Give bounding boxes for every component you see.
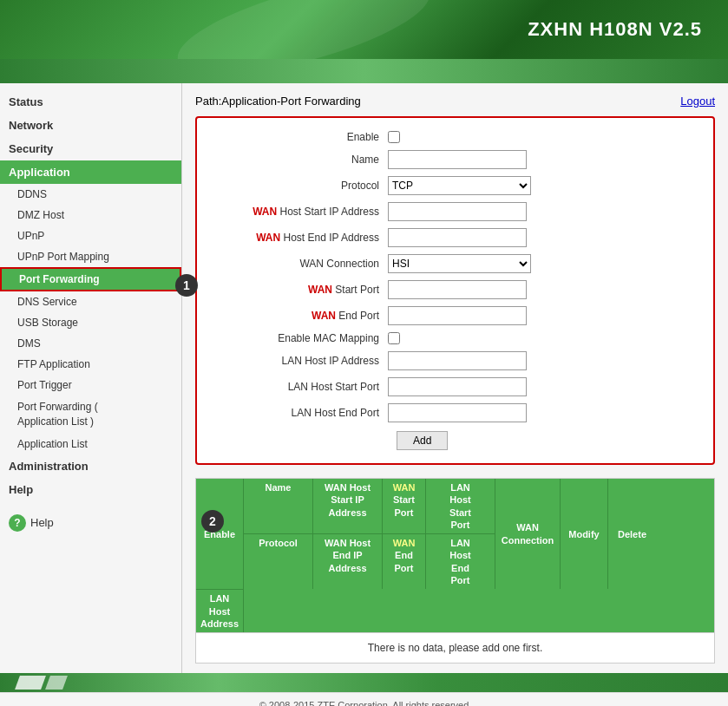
protocol-select[interactable]: TCP UDP TCP/UDP xyxy=(388,176,531,195)
wan-start-port-label: WAN Start Port xyxy=(214,284,388,296)
footer-green-strip xyxy=(0,673,728,692)
name-row: Name xyxy=(214,150,696,169)
protocol-row: Protocol TCP UDP TCP/UDP xyxy=(214,176,696,195)
wan-start-port-input[interactable] xyxy=(388,280,527,299)
name-input[interactable] xyxy=(388,150,527,169)
wan-connection-row: WAN Connection HSI INTERNET xyxy=(214,254,696,273)
wan-end-port-row: WAN End Port xyxy=(214,306,696,325)
th-wan-end-port: WANEndPort xyxy=(383,534,426,589)
badge-2: 2 xyxy=(201,510,224,533)
sidebar-item-network[interactable]: Network xyxy=(0,114,181,137)
sidebar-item-port-forwarding[interactable]: Port Forwarding xyxy=(0,267,181,291)
th-wan-host-start: WAN Host Start IP Address xyxy=(313,479,383,534)
add-row: Add xyxy=(214,431,696,450)
copyright-text: © 2008-2015 ZTE Corporation. All rights … xyxy=(259,700,469,706)
enable-mac-row: Enable MAC Mapping xyxy=(214,332,696,344)
th-name: Name xyxy=(244,479,313,534)
th-wan-start-port: WANStartPort xyxy=(383,479,426,534)
app-title: ZXHN H108N V2.5 xyxy=(528,18,702,41)
sidebar-item-status[interactable]: Status xyxy=(0,90,181,114)
wan-connection-label: WAN Connection xyxy=(214,258,388,270)
th-enable: Enable xyxy=(196,479,244,589)
th-modify: Modify xyxy=(561,479,608,589)
wan-end-port-label: WAN End Port xyxy=(214,310,388,322)
sidebar-item-application-list[interactable]: Application List xyxy=(0,434,181,454)
sidebar-item-ddns[interactable]: DDNS xyxy=(0,184,181,205)
sidebar-item-ftp-application[interactable]: FTP Application xyxy=(0,354,181,375)
path-bar: Path:Application-Port Forwarding Logout xyxy=(195,90,715,116)
wan-host-start-input[interactable] xyxy=(388,202,527,221)
lan-host-end-port-row: LAN Host End Port xyxy=(214,403,696,422)
help-label: Help xyxy=(30,516,54,529)
sidebar-item-dmz-host[interactable]: DMZ Host xyxy=(0,205,181,226)
enable-row: Enable xyxy=(214,131,696,143)
wan-host-end-row: WAN Host End IP Address xyxy=(214,228,696,247)
main-layout: Status Network Security Application DDNS… xyxy=(0,83,728,673)
lan-host-ip-input[interactable] xyxy=(388,351,527,370)
wan-end-port-input[interactable] xyxy=(388,306,527,325)
sidebar: Status Network Security Application DDNS… xyxy=(0,83,182,673)
add-button[interactable]: Add xyxy=(397,431,448,450)
form-box: Enable Name Protocol TCP UDP TCP/UDP WAN… xyxy=(195,116,715,465)
sidebar-item-dns-service[interactable]: DNS Service xyxy=(0,291,181,312)
content-area: Path:Application-Port Forwarding Logout … xyxy=(182,83,728,673)
wan-host-end-input[interactable] xyxy=(388,228,527,247)
sidebar-item-port-trigger[interactable]: Port Trigger xyxy=(0,375,181,395)
sidebar-item-help-section[interactable]: Help xyxy=(0,478,181,501)
th-lan-host-end: LANHostEndPort xyxy=(426,534,495,589)
wan-host-start-label: WAN Host Start IP Address xyxy=(214,206,388,218)
lan-host-end-port-label: LAN Host End Port xyxy=(214,407,388,419)
help-icon: ? xyxy=(9,514,26,532)
sidebar-item-dms[interactable]: DMS xyxy=(0,333,181,354)
lan-host-start-port-input[interactable] xyxy=(388,377,527,396)
table-header: Enable Name WAN Host Start IP Address WA… xyxy=(196,479,714,589)
breadcrumb: Path:Application-Port Forwarding xyxy=(195,95,361,108)
lan-host-end-port-input[interactable] xyxy=(388,403,527,422)
enable-mac-checkbox[interactable] xyxy=(388,332,400,344)
lan-host-start-port-row: LAN Host Start Port xyxy=(214,377,696,396)
enable-label: Enable xyxy=(214,131,388,143)
logout-link[interactable]: Logout xyxy=(680,95,715,108)
th-protocol: Protocol xyxy=(244,534,313,589)
enable-mac-label: Enable MAC Mapping xyxy=(214,332,388,344)
th-wan-connection: WAN Connection xyxy=(495,479,561,589)
table-subheader-2: LAN Host Address xyxy=(196,589,714,632)
wan-start-port-row: WAN Start Port xyxy=(214,280,696,299)
th-lan-host-addr: LAN Host Address xyxy=(196,589,244,632)
sidebar-item-upnp[interactable]: UPnP xyxy=(0,226,181,246)
enable-checkbox[interactable] xyxy=(388,131,400,143)
badge-1: 1 xyxy=(175,274,198,297)
lan-host-start-port-label: LAN Host Start Port xyxy=(214,381,388,393)
copyright-bar: © 2008-2015 ZTE Corporation. All rights … xyxy=(0,692,728,706)
th-delete: Delete xyxy=(608,479,656,589)
table-container: Enable Name WAN Host Start IP Address WA… xyxy=(195,478,715,664)
sidebar-item-upnp-port-mapping[interactable]: UPnP Port Mapping xyxy=(0,246,181,267)
th-lan-host-start: LANHostStartPort xyxy=(426,479,495,534)
page-header: ZXHN H108N V2.5 xyxy=(0,0,728,59)
sidebar-item-port-forwarding-app-list[interactable]: Port Forwarding (Application List ) xyxy=(0,395,181,434)
lan-host-ip-row: LAN Host IP Address xyxy=(214,351,696,370)
wan-host-end-label: WAN Host End IP Address xyxy=(214,232,388,244)
protocol-label: Protocol xyxy=(214,180,388,192)
sidebar-item-usb-storage[interactable]: USB Storage xyxy=(0,312,181,333)
sidebar-item-application[interactable]: Application xyxy=(0,160,181,184)
lan-host-ip-label: LAN Host IP Address xyxy=(214,355,388,367)
green-bar xyxy=(0,59,728,83)
no-data-row: There is no data, please add one first. xyxy=(196,632,714,663)
wan-connection-select[interactable]: HSI INTERNET xyxy=(388,254,531,273)
sidebar-item-security[interactable]: Security xyxy=(0,137,181,160)
wan-host-start-row: WAN Host Start IP Address xyxy=(214,202,696,221)
sidebar-item-administration[interactable]: Administration xyxy=(0,454,181,478)
name-label: Name xyxy=(214,154,388,166)
help-area[interactable]: ? Help xyxy=(0,501,181,545)
th-wan-host-end: WAN Host End IP Address xyxy=(313,534,383,589)
